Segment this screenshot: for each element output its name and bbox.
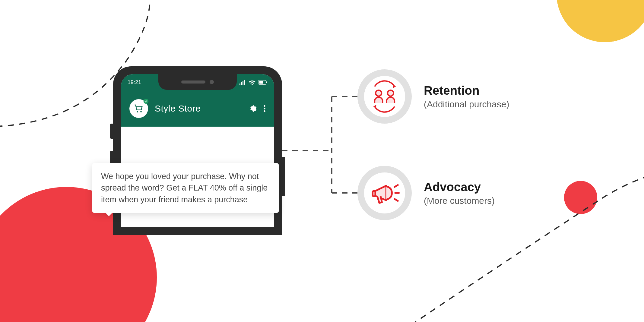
outcome-retention: Retention (Additional purchase) — [357, 69, 509, 124]
battery-icon — [259, 80, 268, 85]
cart-icon — [133, 103, 144, 114]
gear-icon — [249, 105, 257, 112]
advocacy-icon-ring — [357, 166, 412, 220]
outcome-advocacy: Advocacy (More customers) — [357, 166, 495, 220]
svg-rect-1 — [266, 81, 267, 83]
svg-point-7 — [264, 108, 265, 109]
wifi-icon — [249, 80, 255, 85]
svg-point-10 — [388, 90, 394, 96]
advocacy-subtitle: (More customers) — [424, 196, 495, 206]
more-icon — [263, 105, 266, 112]
svg-line-14 — [395, 199, 398, 201]
svg-point-3 — [137, 111, 138, 112]
megaphone-icon — [368, 176, 401, 210]
svg-point-8 — [264, 110, 265, 112]
svg-line-12 — [395, 185, 398, 187]
advocacy-title: Advocacy — [424, 180, 495, 194]
svg-point-4 — [140, 111, 142, 112]
phone-notch — [158, 74, 237, 90]
chat-message-text: We hope you loved your purchase. Why not… — [101, 172, 268, 204]
svg-point-6 — [264, 105, 265, 107]
chat-title: Style Store — [155, 103, 242, 114]
decor-circle-red-small — [564, 181, 597, 214]
status-indicators — [239, 80, 268, 85]
svg-rect-2 — [259, 81, 263, 84]
verified-badge-icon — [143, 99, 149, 104]
diagram-canvas: 19:21 Style Store — [0, 0, 644, 322]
phone-side-button — [282, 157, 285, 196]
signal-icon — [239, 80, 246, 85]
retention-title: Retention — [424, 84, 509, 97]
retention-icon-ring — [357, 69, 412, 124]
chat-message-bubble: We hope you loved your purchase. Why not… — [92, 163, 279, 213]
status-time: 19:21 — [128, 79, 141, 86]
svg-rect-11 — [373, 191, 375, 196]
phone-side-button — [110, 124, 113, 139]
retention-icon — [368, 80, 401, 113]
retention-subtitle: (Additional purchase) — [424, 99, 509, 109]
decor-circle-yellow — [557, 0, 644, 42]
store-avatar — [129, 99, 148, 118]
chat-header: Style Store — [121, 90, 274, 127]
svg-point-9 — [376, 90, 382, 96]
